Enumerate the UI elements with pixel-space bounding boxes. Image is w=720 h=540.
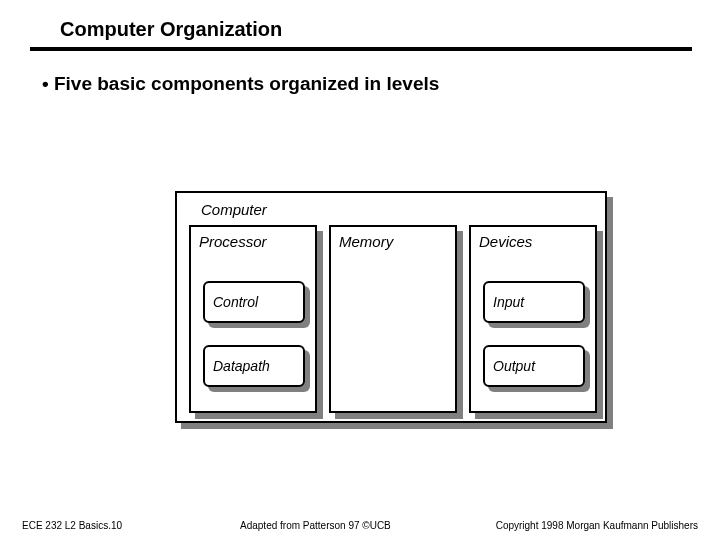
input-box: Input: [483, 281, 585, 323]
slide-title: Computer Organization: [0, 0, 720, 47]
control-box: Control: [203, 281, 305, 323]
footer-mid: Adapted from Patterson 97 ©UCB: [240, 520, 391, 531]
output-box: Output: [483, 345, 585, 387]
datapath-box-wrap: Datapath: [203, 345, 305, 387]
memory-label: Memory: [339, 233, 393, 250]
processor-label: Processor: [199, 233, 267, 250]
devices-column: Devices Input Output: [469, 225, 597, 413]
processor-column: Processor Control Datapath: [189, 225, 317, 413]
computer-label: Computer: [201, 201, 267, 218]
processor-box: Processor Control Datapath: [189, 225, 317, 413]
devices-label: Devices: [479, 233, 532, 250]
footer-right: Copyright 1998 Morgan Kaufmann Publisher…: [496, 520, 698, 531]
bullet-text: • Five basic components organized in lev…: [0, 51, 720, 95]
footer-left: ECE 232 L2 Basics.10: [22, 520, 122, 531]
input-box-wrap: Input: [483, 281, 585, 323]
control-box-wrap: Control: [203, 281, 305, 323]
devices-box: Devices Input Output: [469, 225, 597, 413]
computer-box: Computer Processor Control Datapath Memo…: [175, 191, 607, 423]
datapath-box: Datapath: [203, 345, 305, 387]
memory-column: Memory: [329, 225, 457, 413]
memory-box: Memory: [329, 225, 457, 413]
output-box-wrap: Output: [483, 345, 585, 387]
diagram: Computer Processor Control Datapath Memo…: [175, 191, 607, 426]
